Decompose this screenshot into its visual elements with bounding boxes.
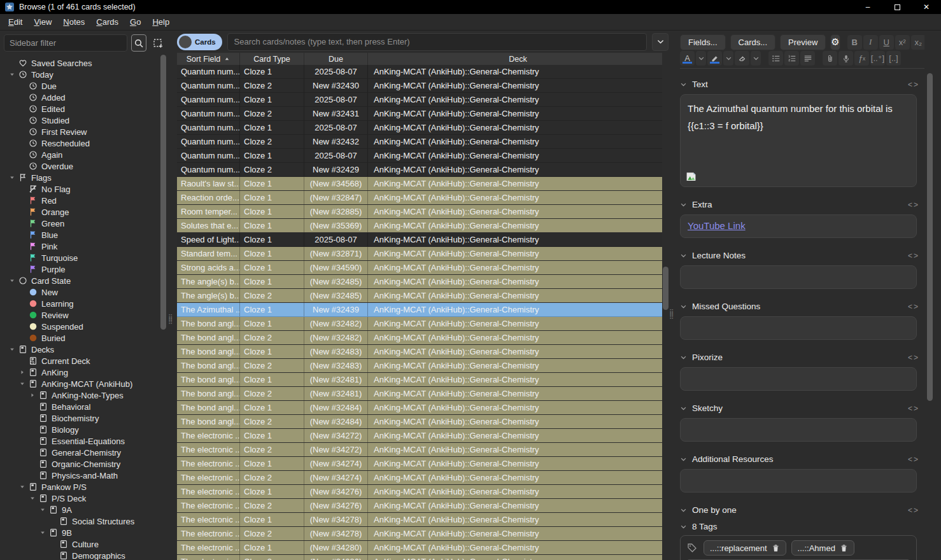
sidebar-select-button[interactable]: [150, 34, 166, 52]
collapse-chevron-icon[interactable]: [680, 81, 687, 88]
sidebar-item-first-review[interactable]: First Review: [0, 126, 160, 137]
table-row[interactable]: Reaction orde...Cloze 1(New #32847)AnKin…: [177, 191, 662, 205]
microphone-icon[interactable]: [838, 51, 853, 66]
cloze-same-icon[interactable]: [..]: [886, 51, 901, 66]
sidebar-item-turquoise[interactable]: Turquoise: [0, 252, 160, 263]
field-input-missed-questions[interactable]: [680, 316, 917, 340]
sidebar-item-studied[interactable]: Studied: [0, 115, 160, 126]
table-row[interactable]: The electronic ...Cloze 2(New #34274)AnK…: [177, 471, 662, 485]
subscript-icon[interactable]: x₂: [911, 35, 924, 50]
field-input-pixorize[interactable]: [680, 367, 917, 391]
sidebar-item-card-state[interactable]: Card State: [0, 275, 160, 286]
fields-button[interactable]: Fields...: [680, 34, 726, 50]
sidebar-item-9b[interactable]: 9B: [0, 527, 160, 538]
collapsed-caret-icon[interactable]: [27, 392, 38, 398]
sidebar-item-due[interactable]: Due: [0, 80, 160, 92]
underline-icon[interactable]: U: [879, 35, 894, 50]
table-row[interactable]: Quantum num...Cloze 12025-08-07AnKing-MC…: [177, 93, 662, 107]
cards-notes-toggle[interactable]: Cards: [177, 34, 222, 50]
table-row[interactable]: The electronic ...Cloze 1(New #34274)AnK…: [177, 457, 662, 471]
collapse-chevron-icon[interactable]: [680, 354, 687, 361]
table-row[interactable]: Quantum num...Cloze 12025-08-07AnKing-MC…: [177, 65, 662, 79]
sidebar-item-physics-and-math[interactable]: Physics-and-Math: [0, 470, 160, 481]
bold-icon[interactable]: B: [847, 35, 862, 50]
html-editor-icon[interactable]: <>: [908, 506, 919, 515]
sidebar-item-general-chemistry[interactable]: General-Chemistry: [0, 447, 160, 458]
table-row[interactable]: The bond angl...Cloze 1(New #32481)AnKin…: [177, 373, 662, 387]
sidebar-item-green[interactable]: Green: [0, 218, 160, 229]
sidebar-item-saved-searches[interactable]: Saved Searches: [0, 57, 160, 69]
gear-icon[interactable]: ⚙: [830, 34, 840, 50]
sidebar-item-anking[interactable]: AnKing: [0, 367, 160, 378]
editor-scrollbar[interactable]: [927, 73, 933, 401]
sidebar-item-review[interactable]: Review: [0, 309, 160, 321]
italic-icon[interactable]: I: [863, 35, 878, 50]
html-editor-icon[interactable]: <>: [908, 251, 919, 260]
field-input-extra[interactable]: YouTube Link: [680, 214, 917, 238]
field-input-text[interactable]: The Azimuthal quantum number for this or…: [680, 94, 917, 187]
collapse-chevron-icon[interactable]: [680, 201, 687, 208]
html-editor-icon[interactable]: <>: [908, 455, 919, 464]
menu-notes[interactable]: Notes: [57, 15, 90, 29]
highlight-icon[interactable]: [707, 51, 722, 66]
sidebar-item-flags[interactable]: Flags: [0, 172, 160, 183]
html-editor-icon[interactable]: <>: [908, 80, 919, 89]
cloze-new-icon[interactable]: [..⁺]: [870, 51, 885, 66]
table-row[interactable]: Raoult's law st...Cloze 1(New #34568)AnK…: [177, 177, 662, 191]
table-row[interactable]: The electronic ...Cloze 1(New #34276)AnK…: [177, 485, 662, 499]
tag-pill-replacement[interactable]: ...::replacement: [704, 540, 786, 556]
html-editor-icon[interactable]: <>: [908, 200, 919, 209]
sidebar-item-overdue[interactable]: Overdue: [0, 160, 160, 172]
sidebar-item-blue[interactable]: Blue: [0, 229, 160, 241]
sidebar-item-no-flag[interactable]: No Flag: [0, 183, 160, 195]
maximize-button[interactable]: [882, 0, 912, 14]
table-row[interactable]: The angle(s) b...Cloze 2(New #32485)AnKi…: [177, 289, 662, 303]
eraser-icon[interactable]: [735, 51, 749, 66]
html-editor-icon[interactable]: <>: [908, 353, 919, 362]
table-row[interactable]: Quantum num...Cloze 2New #32430AnKing-MC…: [177, 79, 662, 93]
chevron-down-icon[interactable]: [680, 523, 687, 530]
search-history-dropdown[interactable]: [652, 33, 669, 51]
math-function-icon[interactable]: ƒx: [854, 51, 869, 66]
sidebar-item-p-s-deck[interactable]: P/S Deck: [0, 493, 160, 504]
menu-cards[interactable]: Cards: [90, 15, 124, 29]
table-row[interactable]: The electronic ...Cloze 2(New #34278)AnK…: [177, 527, 662, 541]
sidebar-item-behavioral[interactable]: Behavioral: [0, 401, 160, 412]
minimize-button[interactable]: –: [853, 0, 882, 14]
close-button[interactable]: ✕: [912, 0, 941, 14]
sidebar-item-current-deck[interactable]: Current Deck: [0, 355, 160, 367]
menu-view[interactable]: View: [28, 15, 57, 29]
table-row[interactable]: The bond angl...Cloze 1(New #32482)AnKin…: [177, 317, 662, 331]
text-color-icon[interactable]: A: [680, 51, 695, 66]
table-row[interactable]: The angle(s) b...Cloze 1(New #32485)AnKi…: [177, 275, 662, 289]
field-input-lecture-notes[interactable]: [680, 265, 917, 289]
sidebar-search-button[interactable]: [131, 34, 146, 52]
table-row[interactable]: The bond angl...Cloze 2(New #32481)AnKin…: [177, 387, 662, 401]
sidebar-item-purple[interactable]: Purple: [0, 263, 160, 275]
eraser-chevron-icon[interactable]: [751, 51, 761, 66]
sidebar-splitter[interactable]: ⣿⣿: [168, 316, 172, 322]
trash-icon[interactable]: [772, 544, 780, 552]
table-scrollbar[interactable]: [663, 267, 669, 310]
table-row[interactable]: The electronic ...Cloze 1(New #34280)AnK…: [177, 541, 662, 555]
table-splitter[interactable]: ⣿⣿: [669, 311, 673, 317]
collapse-chevron-icon[interactable]: [680, 303, 687, 310]
text-color-chevron-icon[interactable]: [696, 51, 706, 66]
sidebar-item-added[interactable]: Added: [0, 92, 160, 103]
expanded-caret-icon[interactable]: [6, 174, 18, 181]
align-icon[interactable]: [800, 51, 815, 66]
sidebar-item-pink[interactable]: Pink: [0, 241, 160, 252]
preview-button[interactable]: Preview: [780, 34, 826, 50]
table-row[interactable]: The bond angl...Cloze 2(New #32484)AnKin…: [177, 415, 662, 429]
table-row[interactable]: The bond angl...Cloze 1(New #32483)AnKin…: [177, 345, 662, 359]
sidebar-item-pankow-p-s[interactable]: Pankow P/S: [0, 481, 160, 493]
collapse-chevron-icon[interactable]: [680, 456, 687, 463]
column-header-deck[interactable]: Deck: [368, 53, 662, 65]
table-row[interactable]: Quantum num...Cloze 2New #32432AnKing-MC…: [177, 135, 662, 149]
table-row[interactable]: The Azimuthal ...Cloze 1New #32439AnKing…: [177, 303, 662, 317]
sidebar-item-biology[interactable]: Biology: [0, 424, 160, 435]
sidebar-item-essential-equations[interactable]: Essential-Equations: [0, 435, 160, 447]
expanded-caret-icon[interactable]: [6, 277, 18, 284]
html-editor-icon[interactable]: <>: [908, 404, 919, 413]
youtube-link[interactable]: YouTube Link: [681, 215, 753, 236]
